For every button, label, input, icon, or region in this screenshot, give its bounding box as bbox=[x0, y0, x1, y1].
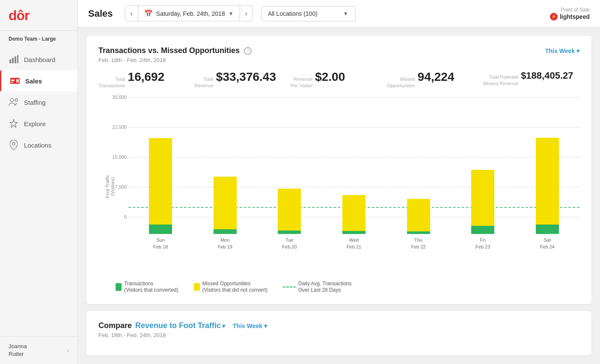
sidebar-item-label: Locations bbox=[24, 142, 51, 149]
bar-group bbox=[193, 97, 258, 234]
compare-link[interactable]: Revenue to Foot Traffic ▾ bbox=[135, 321, 225, 330]
sidebar-footer: Joanna Rutter › bbox=[0, 336, 77, 364]
sidebar-item-label: Dashboard bbox=[24, 56, 55, 63]
stat-total-transactions: TotalTransactions 16,692 bbox=[98, 70, 195, 89]
sidebar-item-label: Explore bbox=[24, 120, 46, 127]
chart-inner: 07,50015,00022,50030,000 bbox=[128, 97, 579, 234]
x-axis-label: ThuFeb 22 bbox=[386, 237, 451, 251]
chart-legend: Transactions(Visitors that converted) Mi… bbox=[98, 281, 579, 294]
svg-rect-6 bbox=[11, 82, 13, 83]
x-axis-label: SunFeb 18 bbox=[128, 237, 193, 251]
chevron-down-icon: ▾ bbox=[264, 323, 267, 329]
date-display[interactable]: 📅 Saturday, Feb. 24th, 2018 ▼ bbox=[138, 6, 240, 21]
x-axis-label: MonFeb 19 bbox=[193, 237, 258, 251]
stat-value: 16,692 bbox=[128, 70, 165, 84]
pos-name: lightspeed bbox=[560, 13, 590, 20]
next-date-button[interactable]: › bbox=[240, 6, 252, 21]
date-range: Feb. 18th - Feb. 24th, 2018 bbox=[98, 57, 579, 63]
date-navigator: ‹ 📅 Saturday, Feb. 24th, 2018 ▼ › bbox=[125, 6, 253, 21]
bar-yellow bbox=[278, 189, 301, 231]
bar-green bbox=[278, 231, 301, 234]
bar-green bbox=[407, 231, 430, 234]
team-name: Demo Team - Large bbox=[0, 31, 77, 45]
svg-marker-10 bbox=[10, 119, 18, 127]
legend-label: Transactions(Visitors that converted) bbox=[124, 281, 178, 294]
bar-yellow bbox=[149, 138, 172, 225]
pos-logo: ⚡ lightspeed bbox=[550, 13, 590, 21]
main-content: Sales ‹ 📅 Saturday, Feb. 24th, 2018 ▼ › … bbox=[78, 0, 600, 364]
stat-value: $188,405.27 bbox=[521, 70, 573, 81]
legend-transactions: Transactions(Visitors that converted) bbox=[116, 281, 178, 294]
stat-total-potential: Total PotentialMissed Revenue $188,405.2… bbox=[483, 70, 579, 89]
sidebar-item-explore[interactable]: Explore bbox=[0, 113, 77, 134]
calendar-icon: 📅 bbox=[144, 9, 153, 18]
card-header: Transactions vs. Missed Opportunities ? … bbox=[98, 46, 579, 55]
legend-label: Daily Avg. TransactionsOver Last 28 Days bbox=[298, 281, 352, 294]
compare-header: Compare Revenue to Foot Traffic ▾ This W… bbox=[98, 321, 579, 330]
svg-rect-0 bbox=[9, 59, 11, 63]
stat-label: TotalRevenue bbox=[195, 76, 214, 89]
prev-date-button[interactable]: ‹ bbox=[125, 6, 138, 21]
stat-label: Total PotentialMissed Revenue bbox=[483, 74, 518, 86]
chevron-right-icon[interactable]: › bbox=[67, 347, 69, 354]
x-axis-label: WedFeb 21 bbox=[322, 237, 386, 251]
svg-point-9 bbox=[15, 99, 18, 101]
sidebar-item-sales[interactable]: Sales bbox=[0, 70, 77, 92]
bar-group bbox=[515, 97, 579, 234]
sidebar-item-dashboard[interactable]: Dashboard bbox=[0, 49, 77, 70]
bar-group bbox=[386, 97, 451, 234]
bar-chart-icon bbox=[9, 54, 19, 65]
logo-area: dôr bbox=[0, 0, 77, 31]
svg-rect-1 bbox=[12, 58, 14, 63]
x-axis-label: TueFeb 20 bbox=[257, 237, 322, 251]
logo: dôr bbox=[9, 8, 69, 24]
sidebar-item-label: Sales bbox=[25, 77, 42, 85]
bar-group bbox=[128, 97, 193, 234]
date-text: Saturday, Feb. 24th, 2018 bbox=[156, 10, 225, 17]
stat-revenue-per-visitor: RevenuePer Visitor $2.00 bbox=[291, 70, 387, 89]
x-axis-label: FriFeb 23 bbox=[451, 237, 515, 251]
card-title: Transactions vs. Missed Opportunities bbox=[98, 46, 240, 55]
svg-point-11 bbox=[12, 142, 15, 145]
header: Sales ‹ 📅 Saturday, Feb. 24th, 2018 ▼ › … bbox=[78, 0, 600, 27]
stat-label: RevenuePer Visitor bbox=[291, 76, 313, 89]
green-swatch bbox=[116, 283, 122, 291]
avg-line-swatch bbox=[283, 287, 296, 287]
lightspeed-icon: ⚡ bbox=[550, 13, 558, 21]
bars-area bbox=[128, 97, 579, 234]
stat-value: $33,376.43 bbox=[216, 70, 276, 84]
bar-group bbox=[451, 97, 515, 234]
svg-rect-7 bbox=[16, 79, 19, 83]
content-area: Transactions vs. Missed Opportunities ? … bbox=[78, 27, 600, 364]
location-selector[interactable]: All Locations (100) ▼ bbox=[261, 6, 356, 21]
bar-yellow bbox=[407, 199, 430, 231]
sidebar: dôr Demo Team - Large Dashboard bbox=[0, 0, 78, 364]
stat-value: $2.00 bbox=[315, 70, 345, 84]
sidebar-item-staffing[interactable]: Staffing bbox=[0, 92, 77, 113]
location-text: All Locations (100) bbox=[268, 10, 318, 17]
legend-label: Missed Opportunities(Visitors that did n… bbox=[202, 281, 268, 294]
x-axis-label: SatFeb 24 bbox=[515, 237, 579, 251]
sidebar-item-locations[interactable]: Locations bbox=[0, 134, 77, 156]
user-name: Joanna Rutter bbox=[9, 343, 27, 358]
pos-label: Point of Sale bbox=[561, 7, 590, 13]
stat-total-revenue: TotalRevenue $33,376.43 bbox=[195, 70, 291, 89]
stat-value: 94,224 bbox=[418, 70, 454, 84]
sales-icon bbox=[10, 76, 20, 86]
compare-week-selector[interactable]: This Week ▾ bbox=[233, 323, 267, 329]
chevron-down-icon: ▼ bbox=[343, 11, 348, 17]
info-icon[interactable]: ? bbox=[244, 47, 252, 55]
bar-yellow bbox=[536, 138, 559, 225]
legend-missed: Missed Opportunities(Visitors that did n… bbox=[194, 281, 268, 294]
chevron-down-icon: ▾ bbox=[222, 323, 225, 329]
page-title: Sales bbox=[88, 8, 113, 19]
chevron-down-icon: ▾ bbox=[576, 47, 579, 54]
bar-yellow bbox=[214, 177, 237, 229]
week-selector[interactable]: This Week ▾ bbox=[545, 47, 579, 54]
nav-items: Dashboard Sales bbox=[0, 45, 77, 336]
explore-icon bbox=[9, 118, 19, 129]
staffing-icon bbox=[9, 97, 19, 107]
legend-avg: Daily Avg. TransactionsOver Last 28 Days bbox=[283, 281, 352, 294]
compare-card: Compare Revenue to Foot Traffic ▾ This W… bbox=[86, 311, 591, 355]
bar-group bbox=[322, 97, 386, 234]
